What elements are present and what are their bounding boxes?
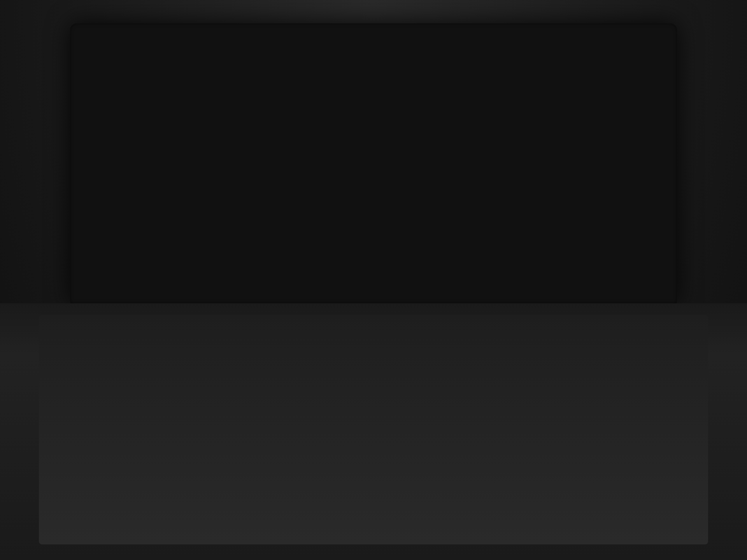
laptop-body: 🔍 Todos os aplicativos › Fixado 🌐 Edge W… bbox=[0, 0, 747, 560]
keyboard-area bbox=[0, 303, 747, 560]
keyboard-deck bbox=[39, 315, 708, 544]
screen-bezel: 🔍 Todos os aplicativos › Fixado 🌐 Edge W… bbox=[70, 23, 677, 303]
